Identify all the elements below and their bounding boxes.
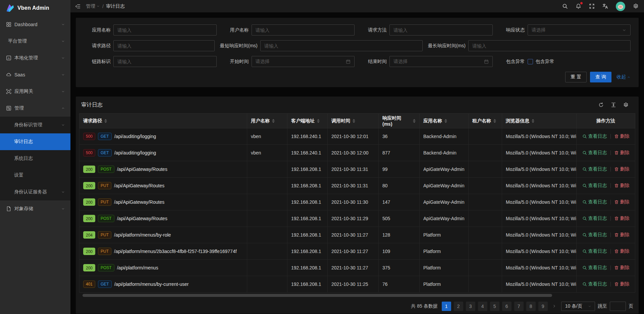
view-log-label: 查看日志 bbox=[588, 183, 607, 189]
delete-button[interactable]: 删除 bbox=[614, 150, 630, 156]
delete-button[interactable]: 删除 bbox=[614, 166, 630, 172]
notification-button[interactable] bbox=[576, 3, 581, 9]
column-header-request-path[interactable]: 请求路径 bbox=[79, 114, 247, 128]
column-header-browser-info[interactable]: 浏览器信息 bbox=[502, 114, 577, 128]
filter-field-include-exception: 包含异常包含异常 bbox=[498, 56, 631, 67]
action-divider bbox=[610, 167, 611, 172]
fold-icon[interactable] bbox=[75, 4, 80, 9]
filter-field-response-status: 响应状态请选择 bbox=[498, 24, 631, 36]
column-header-tenant-name[interactable]: 租户名称 bbox=[469, 114, 502, 128]
cell-browser-info: Mozilla/5.0 (Windows NT 10.0; Win bbox=[502, 161, 577, 178]
view-log-button[interactable]: 查看日志 bbox=[582, 166, 607, 172]
sidebar-item-localization[interactable]: A本地化管理 bbox=[0, 50, 70, 66]
page-size-select[interactable]: 10 条/页 bbox=[561, 302, 595, 311]
fullscreen-icon[interactable] bbox=[589, 3, 595, 9]
request-path-input[interactable] bbox=[113, 40, 215, 51]
page-button-8[interactable]: 8 bbox=[526, 302, 536, 311]
max-response-time-input[interactable] bbox=[468, 40, 631, 51]
delete-button[interactable]: 删除 bbox=[614, 281, 630, 287]
page-button-3[interactable]: 3 bbox=[466, 302, 475, 311]
refresh-icon[interactable] bbox=[598, 102, 604, 108]
response-status-select[interactable]: 请选择 bbox=[528, 24, 631, 36]
request-method-input[interactable] bbox=[389, 24, 493, 36]
pagination-pages: 123456789 bbox=[442, 302, 548, 311]
sidebar-item-identity-management[interactable]: 身份标识管理 bbox=[0, 117, 70, 133]
include-exception-checkbox[interactable] bbox=[528, 59, 533, 64]
column-header-app-name[interactable]: 应用名称 bbox=[420, 114, 469, 128]
page-button-2[interactable]: 2 bbox=[454, 302, 463, 311]
next-page-button[interactable] bbox=[550, 302, 558, 311]
sidebar-item-manage[interactable]: 管理 bbox=[0, 100, 70, 117]
view-log-button[interactable]: 查看日志 bbox=[582, 232, 607, 238]
page-button-1[interactable]: 1 bbox=[442, 302, 451, 311]
view-log-button[interactable]: 查看日志 bbox=[582, 281, 607, 287]
view-log-button[interactable]: 查看日志 bbox=[582, 248, 607, 254]
scrollbar-thumb[interactable] bbox=[83, 294, 552, 297]
end-time-picker[interactable]: 请选择 bbox=[389, 56, 493, 67]
sidebar-item-object-storage[interactable]: 对象存储 bbox=[0, 200, 70, 217]
user-name-input[interactable] bbox=[252, 24, 355, 36]
page-button-6[interactable]: 6 bbox=[502, 302, 512, 311]
cell-call-time: 2021-10-30 11:29 bbox=[328, 210, 379, 227]
column-height-icon[interactable] bbox=[611, 102, 616, 108]
language-icon[interactable] bbox=[602, 3, 608, 9]
delete-button[interactable]: 删除 bbox=[614, 133, 630, 139]
method-badge: POST bbox=[98, 166, 114, 173]
cell-response-time: 36 bbox=[379, 128, 420, 145]
app-logo[interactable]: Vben Admin bbox=[0, 0, 70, 16]
column-label: 租户名称 bbox=[472, 118, 491, 124]
collapse-link[interactable]: 收起 bbox=[616, 74, 631, 80]
column-header-response-time[interactable]: 响应时间(ms) bbox=[379, 114, 420, 128]
delete-button[interactable]: 删除 bbox=[614, 199, 630, 205]
search-icon[interactable] bbox=[562, 3, 568, 9]
view-log-button[interactable]: 查看日志 bbox=[582, 133, 607, 139]
gear-icon[interactable] bbox=[633, 3, 639, 9]
page-button-5[interactable]: 5 bbox=[490, 302, 499, 311]
column-label: 调用时间 bbox=[331, 118, 350, 124]
cell-request-path: 500GET/api/auditing/logging bbox=[79, 145, 247, 161]
sidebar-item-saas[interactable]: Saas bbox=[0, 66, 70, 83]
jump-page-input[interactable] bbox=[610, 302, 626, 311]
trace-id-input[interactable] bbox=[113, 56, 217, 67]
sidebar-item-audit-log[interactable]: 审计日志 bbox=[0, 133, 70, 150]
view-log-button[interactable]: 查看日志 bbox=[582, 265, 607, 271]
sidebar-item-settings[interactable]: 设置 bbox=[0, 167, 70, 184]
page-button-4[interactable]: 4 bbox=[478, 302, 487, 311]
min-response-time-input[interactable] bbox=[260, 40, 423, 51]
column-header-user-name[interactable]: 用户名称 bbox=[247, 114, 287, 128]
table-row: 200PUT/api/ApiGateway/Routes192.168.208.… bbox=[79, 194, 635, 210]
table-settings-gear-icon[interactable] bbox=[623, 102, 629, 108]
start-time-picker[interactable]: 请选择 bbox=[252, 56, 355, 67]
query-button[interactable]: 查 询 bbox=[590, 72, 611, 82]
sidebar-item-auth-server[interactable]: 身份认证服务器 bbox=[0, 184, 70, 200]
request-path-text: /api/ApiGateway/Routes bbox=[117, 216, 167, 221]
user-avatar[interactable] bbox=[616, 2, 625, 11]
field-label: 最长响应时间(ms) bbox=[428, 43, 466, 49]
sidebar-item-platform[interactable]: 平台管理 bbox=[0, 33, 70, 50]
cell-app-name: Platform bbox=[420, 260, 469, 276]
app-name-input[interactable] bbox=[113, 24, 217, 36]
page-button-9[interactable]: 9 bbox=[538, 302, 548, 311]
delete-label: 删除 bbox=[620, 183, 630, 189]
sidebar-item-system-log[interactable]: 系统日志 bbox=[0, 150, 70, 167]
reset-button[interactable]: 重 置 bbox=[565, 72, 587, 82]
view-log-button[interactable]: 查看日志 bbox=[582, 199, 607, 205]
column-header-call-time[interactable]: 调用时间 bbox=[328, 114, 379, 128]
delete-button[interactable]: 删除 bbox=[614, 215, 630, 222]
delete-button[interactable]: 删除 bbox=[614, 265, 630, 271]
breadcrumb-root[interactable]: 管理 bbox=[86, 3, 100, 9]
cell-response-time: 128 bbox=[379, 227, 420, 243]
status-badge: 500 bbox=[83, 149, 95, 156]
sidebar-item-dashboard[interactable]: Dashboard bbox=[0, 16, 70, 33]
view-log-button[interactable]: 查看日志 bbox=[582, 150, 607, 156]
delete-button[interactable]: 删除 bbox=[614, 183, 630, 189]
delete-button[interactable]: 删除 bbox=[614, 248, 630, 254]
view-log-button[interactable]: 查看日志 bbox=[582, 215, 607, 222]
page-button-7[interactable]: 7 bbox=[514, 302, 524, 311]
view-log-button[interactable]: 查看日志 bbox=[582, 183, 607, 189]
delete-button[interactable]: 删除 bbox=[614, 232, 630, 238]
svg-text:A: A bbox=[8, 57, 10, 60]
column-header-client-address[interactable]: 客户端地址 bbox=[287, 114, 328, 128]
sort-icon bbox=[493, 119, 496, 123]
sidebar-item-gateway[interactable]: 应用网关 bbox=[0, 83, 70, 100]
